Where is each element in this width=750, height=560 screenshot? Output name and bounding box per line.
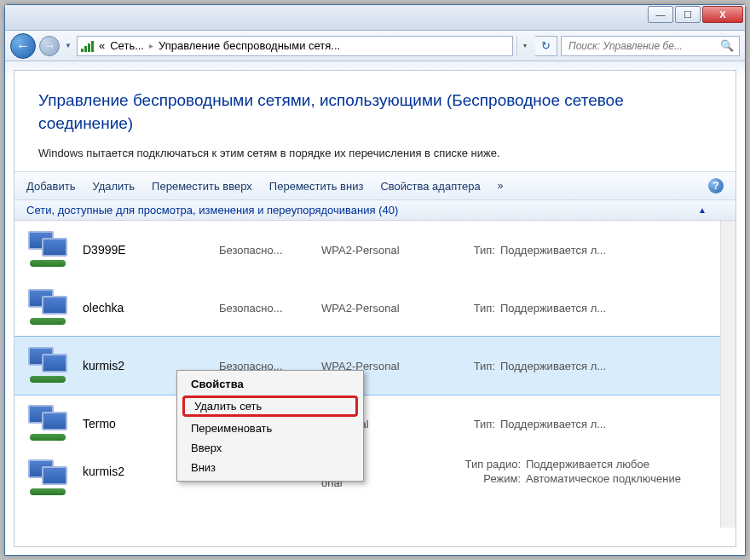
search-input[interactable] xyxy=(567,39,717,53)
toolbar-add[interactable]: Добавить xyxy=(26,180,75,193)
page-title: Управление беспроводными сетями, использ… xyxy=(38,89,712,135)
breadcrumb-separator-icon: ▸ xyxy=(149,41,153,50)
radio-type-label: Тип радио: xyxy=(449,458,526,471)
type-value: Поддерживается л... xyxy=(500,302,729,315)
security-value: WPA2-Personal xyxy=(321,244,449,257)
network-icon xyxy=(23,287,71,328)
toolbar-remove[interactable]: Удалить xyxy=(92,180,135,193)
network-name: olechka xyxy=(83,301,219,315)
type-label: Тип: xyxy=(449,418,500,430)
titlebar: — ☐ X xyxy=(5,5,745,31)
header-block: Управление беспроводными сетями, использ… xyxy=(14,71,736,171)
security-label: Безопасно... xyxy=(219,302,321,315)
search-icon: 🔍 xyxy=(720,39,734,52)
command-toolbar: Добавить Удалить Переместить вверх Перем… xyxy=(14,171,736,200)
content-panel: Управление беспроводными сетями, использ… xyxy=(14,70,736,547)
list-item[interactable]: olechka Безопасно... WPA2-Personal Тип: … xyxy=(14,279,736,337)
detail-block: Тип радио: Поддерживается любое Режим: А… xyxy=(449,458,729,487)
breadcrumb-path[interactable]: « Сеть... ▸ Управление беспроводными сет… xyxy=(77,36,513,56)
path-dropdown[interactable]: ▾ xyxy=(516,36,532,56)
mode-label: Режим: xyxy=(449,472,526,485)
address-bar: ← → ▼ « Сеть... ▸ Управление беспроводны… xyxy=(5,31,745,61)
minimize-button[interactable]: — xyxy=(648,6,673,23)
network-icon xyxy=(23,229,71,270)
network-list: D3999E Безопасно... WPA2-Personal Тип: П… xyxy=(14,221,736,528)
type-value: Поддерживается л... xyxy=(500,360,729,372)
security-label: Безопасно... xyxy=(219,244,321,257)
security-value: WPA2-Personal xyxy=(321,302,449,315)
nav-forward-button[interactable]: → xyxy=(39,36,60,56)
search-box[interactable]: 🔍 xyxy=(561,36,740,56)
type-label: Тип: xyxy=(449,360,500,372)
network-icon xyxy=(23,458,71,499)
mode-value: Автоматическое подключение xyxy=(526,472,681,485)
list-item[interactable]: Termo -Personal Тип: Поддерживается л... xyxy=(14,395,736,453)
list-item[interactable]: D3999E Безопасно... WPA2-Personal Тип: П… xyxy=(14,221,736,279)
toolbar-move-up[interactable]: Переместить вверх xyxy=(152,180,252,193)
radio-type-value: Поддерживается любое xyxy=(526,458,649,471)
page-description: Windows пытается подключаться к этим сет… xyxy=(38,147,712,159)
explorer-window: — ☐ X ← → ▼ « Сеть... ▸ Управление беспр… xyxy=(4,4,746,556)
breadcrumb-seg-manage-wireless[interactable]: Управление беспроводными сетя... xyxy=(159,39,340,52)
breadcrumb-seg-network[interactable]: Сеть... xyxy=(110,39,144,52)
toolbar-move-down[interactable]: Переместить вниз xyxy=(269,180,364,193)
list-item[interactable]: kurmis2 Безопасно... WPA2-Personal Тип: … xyxy=(14,337,736,395)
content-outer: Управление беспроводными сетями, использ… xyxy=(5,61,745,547)
network-icon xyxy=(23,345,71,386)
toolbar-overflow[interactable]: » xyxy=(498,180,504,192)
nav-back-button[interactable]: ← xyxy=(10,33,36,59)
network-icon xyxy=(23,403,71,444)
type-label: Тип: xyxy=(449,244,500,257)
context-menu-move-down[interactable]: Вниз xyxy=(179,458,361,477)
group-header[interactable]: Сети, доступные для просмотра, изменения… xyxy=(14,200,736,221)
context-menu: Свойства Удалить сеть Переименовать Ввер… xyxy=(176,370,364,482)
context-menu-move-up[interactable]: Вверх xyxy=(179,438,361,458)
close-button[interactable]: X xyxy=(702,6,743,23)
context-menu-properties[interactable]: Свойства xyxy=(179,374,361,394)
maximize-button[interactable]: ☐ xyxy=(675,6,701,23)
refresh-button[interactable]: ↻ xyxy=(535,36,557,56)
breadcrumb-prefix: « xyxy=(99,39,105,52)
toolbar-adapter-properties[interactable]: Свойства адаптера xyxy=(380,180,480,193)
type-label: Тип: xyxy=(449,302,500,315)
vertical-scrollbar[interactable] xyxy=(720,221,736,528)
group-label: Сети, доступные для просмотра, изменения… xyxy=(26,204,398,216)
context-menu-rename[interactable]: Переименовать xyxy=(179,419,361,438)
nav-history-dropdown[interactable]: ▼ xyxy=(63,38,73,55)
wireless-icon xyxy=(81,40,94,52)
context-menu-delete-network[interactable]: Удалить сеть xyxy=(182,395,358,417)
type-value: Поддерживается л... xyxy=(500,418,729,430)
collapse-caret-icon[interactable]: ▲ xyxy=(698,205,707,215)
help-icon[interactable]: ? xyxy=(708,178,724,193)
list-item[interactable]: kurmis2 onal Тип радио: Поддерживается л… xyxy=(14,453,736,511)
network-name: D3999E xyxy=(83,243,219,257)
type-value: Поддерживается л... xyxy=(500,244,729,257)
